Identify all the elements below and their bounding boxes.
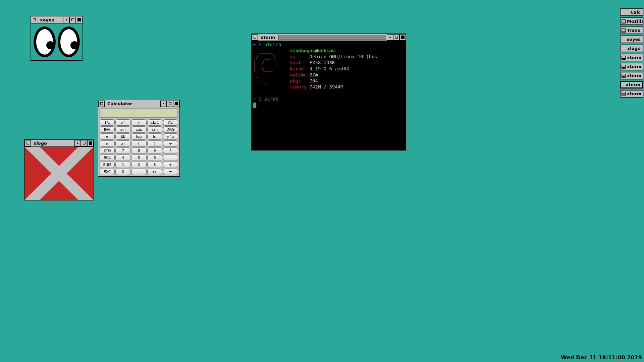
calc-key[interactable]: * (163, 147, 178, 154)
menu-icon (33, 18, 36, 21)
task-entry[interactable]: Calc (620, 8, 643, 16)
calc-key[interactable]: 8 (131, 147, 146, 154)
window-xeyes[interactable]: xeyes (31, 16, 83, 61)
window-menu-button[interactable] (31, 17, 37, 23)
iconify-button[interactable] (160, 101, 167, 107)
calc-key[interactable]: ÷ (163, 140, 178, 147)
calc-key[interactable]: 1 (115, 162, 130, 168)
calc-key[interactable]: 6 (147, 155, 162, 161)
task-entry[interactable]: Mozilla (620, 17, 643, 25)
terminal[interactable]: ~ $ pfetch _____ mindaugas@debian / __ \… (252, 41, 406, 150)
sysinfo-user: mindaugas (290, 48, 315, 53)
task-label: xlogo (627, 46, 641, 51)
calc-key[interactable]: sin (115, 126, 130, 133)
calc-key[interactable]: tan (147, 126, 162, 133)
calc-key[interactable]: √ (131, 119, 146, 126)
task-entry[interactable]: xterm (620, 63, 643, 70)
maximize-button[interactable] (69, 17, 76, 23)
task-label: xeyes (627, 37, 641, 42)
calc-key[interactable]: 2 (131, 162, 146, 168)
close-button[interactable] (399, 34, 406, 41)
terminal-command: scrot (264, 96, 278, 102)
calc-key[interactable]: EXC (100, 169, 115, 175)
titlebar-drag-area[interactable] (135, 100, 160, 107)
sysinfo-label: kernel (290, 66, 307, 71)
titlebar-drag-area[interactable] (278, 35, 386, 40)
calc-key[interactable]: + (163, 162, 178, 168)
maximize-button[interactable] (81, 140, 87, 146)
task-app-icon (622, 92, 626, 96)
calc-key[interactable]: π (100, 140, 115, 147)
iconify-button[interactable] (387, 34, 393, 41)
window-xterm[interactable]: xterm ~ $ pfetch _____ mindaugas@debian … (251, 34, 406, 150)
window-menu-button[interactable] (252, 34, 258, 41)
window-menu-button[interactable] (98, 101, 105, 107)
calc-key[interactable]: ln (147, 133, 162, 140)
close-icon (89, 141, 92, 145)
calc-key[interactable]: SUM (100, 162, 115, 168)
iconify-button[interactable] (74, 140, 81, 146)
titlebar-xlogo[interactable]: xlogo (24, 140, 94, 147)
calc-key[interactable]: ) (147, 140, 162, 147)
task-entry[interactable]: xterm (620, 90, 643, 98)
calc-key[interactable]: 9 (147, 147, 162, 154)
calc-key[interactable]: RCL (100, 155, 115, 161)
calc-key[interactable]: x! (115, 140, 130, 147)
calc-key[interactable]: EE (115, 133, 130, 140)
ascii-art-line: -_ (253, 72, 281, 77)
iconify-button[interactable] (63, 17, 69, 23)
task-label: Calc (631, 10, 641, 15)
window-calculator[interactable]: Calculator 1/xx²√CE/CACINVsincostanDRGeE… (98, 100, 180, 177)
calc-key[interactable]: INV (100, 126, 115, 133)
calc-key[interactable]: AC (163, 119, 178, 126)
maximize-button[interactable] (393, 34, 399, 41)
calc-key[interactable]: 7 (115, 147, 130, 154)
menu-icon (254, 36, 256, 39)
window-xlogo[interactable]: xlogo (24, 139, 94, 200)
calc-key[interactable]: +/- (147, 169, 162, 175)
ascii-art-line: _____ (253, 48, 281, 53)
calc-key[interactable]: e (100, 133, 115, 140)
calc-key[interactable]: DRG (163, 126, 178, 133)
titlebar-xeyes[interactable]: xeyes (31, 16, 82, 23)
calc-key[interactable]: x² (115, 119, 130, 126)
task-entry[interactable]: xlogo (620, 45, 643, 52)
calc-key[interactable]: - (163, 155, 178, 161)
task-entry[interactable]: xeyes (620, 36, 643, 43)
calc-key[interactable]: 3 (147, 162, 162, 168)
calc-key[interactable]: 4 (115, 155, 130, 161)
calc-key[interactable]: 0 (115, 169, 130, 175)
task-entry[interactable]: xterm (620, 81, 643, 88)
window-menu-button[interactable] (24, 140, 31, 146)
titlebar-drag-area[interactable] (50, 140, 74, 146)
calc-key[interactable]: . (131, 169, 146, 175)
titlebar-calculator[interactable]: Calculator (98, 100, 179, 107)
prompt-symbol: $ (259, 96, 261, 102)
calculator-keypad: 1/xx²√CE/CACINVsincostanDRGeEEloglny^xπx… (100, 119, 178, 175)
close-button[interactable] (87, 140, 94, 146)
titlebar-xterm[interactable]: xterm (252, 34, 406, 41)
calc-key[interactable]: STO (100, 147, 115, 154)
task-entry[interactable]: xterm (620, 72, 643, 79)
calc-key[interactable]: cos (131, 126, 146, 133)
calc-key[interactable]: CE/C (147, 119, 162, 126)
sysinfo-label: memory (290, 84, 307, 89)
close-button[interactable] (173, 101, 179, 107)
eye-left-icon (34, 26, 56, 57)
calc-key[interactable]: = (163, 169, 178, 175)
calc-key[interactable]: 1/x (100, 119, 115, 126)
task-entry[interactable]: xterm (620, 54, 643, 61)
sysinfo-value: 27m (310, 72, 318, 77)
terminal-cursor-icon (253, 103, 256, 108)
calc-key[interactable]: 5 (131, 155, 146, 161)
titlebar-drag-area[interactable] (57, 16, 63, 23)
close-button[interactable] (76, 17, 82, 23)
maximize-icon (71, 18, 74, 21)
calc-key[interactable]: log (131, 133, 146, 140)
task-entry[interactable]: Trans (620, 26, 643, 34)
maximize-button[interactable] (167, 101, 173, 107)
calc-key[interactable]: y^x (163, 133, 178, 140)
task-label: xterm (626, 82, 640, 87)
calc-key[interactable]: ( (131, 140, 146, 147)
ascii-art-line: | \___- (253, 66, 281, 71)
